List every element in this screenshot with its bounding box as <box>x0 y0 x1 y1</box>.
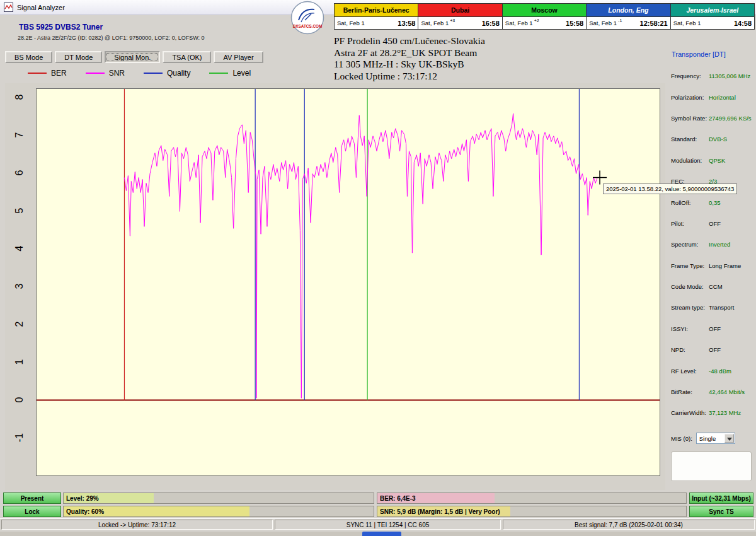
transponder-row-value: -48 dBm <box>709 368 731 375</box>
tab-signal-mon-[interactable]: Signal Mon. <box>105 51 160 63</box>
mis-dropdown[interactable]: Single <box>696 433 735 444</box>
clock-jerusalem-israel: Jerusalem-IsraelSat, Feb 114:58 <box>671 4 754 29</box>
transponder-row-value: OFF <box>709 325 721 332</box>
clock-utc-offset: +3 <box>450 18 481 23</box>
legend-swatch <box>86 73 105 74</box>
transponder-row-label: Stream type: <box>671 304 709 311</box>
legend-swatch <box>28 73 47 74</box>
clock-date: Sat, Feb 1 <box>337 20 365 26</box>
clock-time-row: Sat, Feb 1-112:58:21 <box>587 17 670 29</box>
transponder-row: BitRate:42,464 Mbit/s <box>669 382 755 402</box>
clock-city: Berlin-Paris-Lučenec <box>335 4 418 17</box>
clock-time: 15:58 <box>566 20 583 27</box>
tab-av-player[interactable]: AV Player <box>214 51 263 63</box>
y-axis-tick: 8 <box>14 86 25 108</box>
clock-london-eng: London, EngSat, Feb 1-112:58:21 <box>587 4 670 29</box>
snr-label: SNR: 5,9 dB (Margin: 1,5 dB | Very Poor) <box>380 506 500 516</box>
legend-label: Quality <box>167 69 190 78</box>
transponder-row: Stream type:Transport <box>669 297 755 318</box>
transponder-row-value: Transport <box>709 304 734 311</box>
tab-tsa-ok-[interactable]: TSA (OK) <box>163 51 211 63</box>
clock-moscow: MoscowSat, Feb 1+215:58 <box>503 4 587 29</box>
transponder-row-value: 37,123 MHz <box>709 409 741 416</box>
signal-plot[interactable] <box>36 88 660 476</box>
y-axis-tick: 6 <box>14 162 25 184</box>
y-axis-tick: -1 <box>14 427 25 448</box>
tab-dt-mode[interactable]: DT Mode <box>55 51 102 63</box>
clock-city: London, Eng <box>587 4 670 17</box>
dxsatcs-logo: DXSATCS.COM <box>289 1 326 35</box>
taskbar-active-button[interactable] <box>362 532 401 536</box>
level-bar: Level: 29% <box>63 492 374 504</box>
legend-item-ber: BER <box>28 69 67 78</box>
legend-label: BER <box>51 69 67 78</box>
transponder-row-value: DVB-S <box>709 136 727 143</box>
input-indicator: Input (~32,31 Mbps) <box>689 492 753 504</box>
present-indicator: Present <box>3 492 61 504</box>
transponder-row-value: Long Frame <box>709 262 741 269</box>
status-bar: Locked -> Uptime: 73:17:12 SYNC 11 | TEI… <box>0 518 756 530</box>
clock-utc-offset: -1 <box>618 18 640 23</box>
y-axis-tick: 4 <box>14 238 25 259</box>
clock-date: Sat, Feb 1 <box>505 20 533 26</box>
clock-date: Sat, Feb 1 <box>673 20 701 26</box>
transponder-row-value: OFF <box>709 346 721 353</box>
info-block: PF Prodelin 450 cm/Lučenec-Slovakia Astr… <box>334 35 485 82</box>
tab-bs-mode[interactable]: BS Mode <box>5 51 52 63</box>
transponder-row-label: Spectrum: <box>671 241 709 248</box>
transponder-row-value: Horizontal <box>709 94 736 101</box>
transponder-row-value: Inverted <box>709 241 730 248</box>
legend-item-level: Level <box>209 69 251 78</box>
transponder-row: Pilot:OFF <box>669 213 755 234</box>
transponder-row-label: NPD: <box>671 346 709 353</box>
transponder-row: Frame Type:Long Frame <box>669 255 755 276</box>
statusbar-best-signal: Best signal: 7,7 dB (2025-02-01 00:34) <box>503 520 755 530</box>
transponder-row-value: CCM <box>709 283 723 290</box>
transponder-row-value: 11305,006 MHz <box>709 73 750 79</box>
mis-row: MIS (0): Single <box>671 433 753 444</box>
legend-item-quality: Quality <box>144 69 190 78</box>
quality-label: Quality: 60% <box>66 506 104 516</box>
transponder-row-value: 42,464 Mbit/s <box>709 388 745 395</box>
window-title: Signal Analyzer <box>17 4 65 11</box>
transponder-row-label: Standard: <box>671 136 709 143</box>
clock-time: 14:58 <box>734 20 752 27</box>
transponder-row-label: Polarization: <box>671 94 709 101</box>
transponder-row-label: Symbol Rate: <box>671 115 709 122</box>
y-axis-tick: 3 <box>14 276 25 297</box>
clock-time-row: Sat, Feb 114:58 <box>671 17 754 29</box>
transponder-row: Symbol Rate:27499,696 KS/s <box>669 108 755 129</box>
clock-city: Jerusalem-Israel <box>671 4 754 17</box>
quality-bar: Quality: 60% <box>63 506 374 517</box>
transponder-row-label: ISSYI: <box>671 325 709 332</box>
sync-ts-indicator: Sync TS <box>689 506 753 517</box>
transponder-rows: Frequency:11305,006 MHzPolarization:Hori… <box>669 66 755 424</box>
transponder-row-label: Pilot: <box>671 220 709 227</box>
transponder-row-label: Frame Type: <box>671 262 709 269</box>
clock-city: Moscow <box>503 4 586 17</box>
tuner-detail: 28.2E - Astra 2E/2F/2G (ID: 0282) @ LOF1… <box>18 35 205 41</box>
y-axis-tick: 1 <box>14 351 25 373</box>
clock-time-row: Sat, Feb 113:58 <box>335 17 418 29</box>
transponder-row-label: Code Mode: <box>671 283 709 290</box>
clock-date: Sat, Feb 1 <box>421 20 449 26</box>
lock-indicator: Lock <box>3 506 61 517</box>
world-clocks: Berlin-Paris-LučenecSat, Feb 113:58Dubai… <box>334 3 755 30</box>
snr-bar: SNR: 5,9 dB (Margin: 1,5 dB | Very Poor) <box>377 506 687 517</box>
transponder-row: RF Level:-48 dBm <box>669 360 755 381</box>
clock-time-row: Sat, Feb 1+316:58 <box>418 17 501 29</box>
clock-berlin-paris-lu-enec: Berlin-Paris-LučenecSat, Feb 113:58 <box>335 4 418 29</box>
y-axis-tick: 0 <box>14 389 25 411</box>
transponder-row-label: BitRate: <box>671 388 709 395</box>
mis-label: MIS (0): <box>671 435 692 442</box>
transponder-row-label: RollOff: <box>671 199 709 206</box>
clock-dubai: DubaiSat, Feb 1+316:58 <box>418 4 502 29</box>
info-line: Astra 2F at 28.2°E_UK SPOT Beam <box>334 47 485 59</box>
dropdown-arrow-icon[interactable] <box>724 434 734 443</box>
chart-canvas <box>37 89 660 475</box>
y-axis-tick: 2 <box>14 313 25 335</box>
statusbar-sync: SYNC 11 | TEI 1254 | CC 605 <box>275 520 501 530</box>
legend-item-snr: SNR <box>86 69 125 78</box>
transponder-row: Code Mode:CCM <box>669 276 755 297</box>
level-label: Level: 29% <box>66 493 99 503</box>
